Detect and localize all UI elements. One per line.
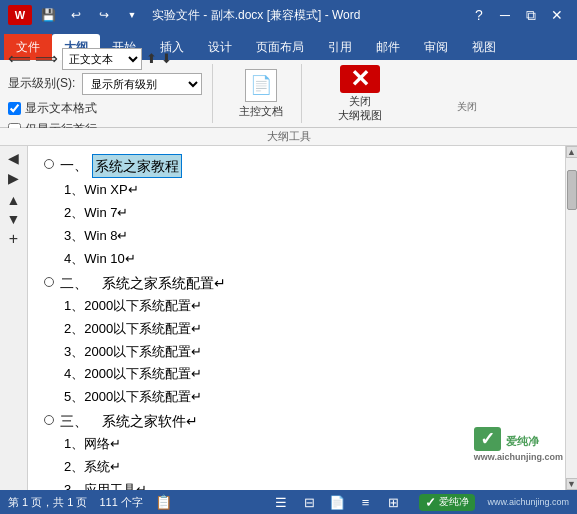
view-btn-1[interactable]: ☰ — [271, 493, 291, 511]
tab-view[interactable]: 视图 — [460, 34, 508, 60]
scroll-up-btn[interactable]: ▲ — [566, 146, 578, 158]
outline-text-15: 3、应用工具↵ — [64, 480, 147, 490]
quick-access-toolbar: W 💾 ↩ ↪ ▼ — [8, 5, 144, 25]
customize-qa[interactable]: ▼ — [120, 5, 144, 25]
outline-item-11[interactable]: 5、2000以下系统配置↵ — [64, 387, 549, 408]
outline-text-3: 2、Win 7↵ — [64, 203, 128, 224]
outline-item-3[interactable]: 2、Win 7↵ — [64, 203, 549, 224]
indent-decrease-btn[interactable]: ⟹ — [35, 49, 58, 68]
style-select[interactable]: 正文文本 — [62, 48, 142, 70]
view-btn-4[interactable]: ≡ — [355, 493, 375, 511]
toolbar-section-label: 大纲工具 — [0, 128, 577, 146]
website-url: www.aichunjing.com — [487, 497, 569, 507]
bullet-circle-6 — [44, 277, 54, 287]
main-area: ◀ ▶ ▲ ▼ + 一、 系统之家教程 1、Win XP↵ 2、Win 7↵ — [0, 146, 577, 490]
status-bar: 第 1 页，共 1 页 111 个字 📋 ☰ ⊟ 📄 ≡ ⊞ ✓ 爱纯净 www… — [0, 490, 577, 514]
outline-item-6[interactable]: 二、 系统之家系统配置↵ — [44, 272, 549, 294]
outline-item-7[interactable]: 1、2000以下系统配置↵ — [64, 296, 549, 317]
outline-text-7: 1、2000以下系统配置↵ — [64, 296, 202, 317]
redo-btn[interactable]: ↪ — [92, 5, 116, 25]
bullet-circle-12 — [44, 415, 54, 425]
outline-item-9[interactable]: 3、2000以下系统配置↵ — [64, 342, 549, 363]
main-doc-label: 主控文档 — [239, 104, 283, 119]
word-logo: W — [8, 5, 32, 25]
outline-text-1-selected: 系统之家教程 — [92, 154, 182, 178]
close-btn[interactable]: ✕ — [545, 5, 569, 25]
undo-btn[interactable]: ↩ — [64, 5, 88, 25]
outline-item-8[interactable]: 2、2000以下系统配置↵ — [64, 319, 549, 340]
close-outline-button[interactable]: ✕ 关闭大纲视图 — [320, 68, 400, 120]
window-title: 实验文件 - 副本.docx [兼容模式] - Word — [152, 7, 360, 24]
document-area[interactable]: 一、 系统之家教程 1、Win XP↵ 2、Win 7↵ 3、Win 8↵ 4、… — [28, 146, 565, 490]
outline-text-14: 2、系统↵ — [64, 457, 121, 478]
outline-item-2[interactable]: 1、Win XP↵ — [64, 180, 549, 201]
view-btn-3[interactable]: 📄 — [327, 493, 347, 511]
close-x-icon: ✕ — [340, 65, 380, 93]
outline-text-11: 5、2000以下系统配置↵ — [64, 387, 202, 408]
outline-text-13: 1、网络↵ — [64, 434, 121, 455]
maximize-btn[interactable]: ⧉ — [519, 5, 543, 25]
app-window: W 💾 ↩ ↪ ▼ 实验文件 - 副本.docx [兼容模式] - Word ?… — [0, 0, 577, 514]
view-btn-2[interactable]: ⊟ — [299, 493, 319, 511]
window-controls: ? ─ ⧉ ✕ — [467, 5, 569, 25]
word-count: 111 个字 — [99, 495, 142, 510]
outline-text-9: 3、2000以下系统配置↵ — [64, 342, 202, 363]
expand-btn[interactable]: ▼ — [7, 211, 21, 227]
close-outline-label: 关闭大纲视图 — [338, 95, 382, 121]
tab-page-layout[interactable]: 页面布局 — [244, 34, 316, 60]
level-select[interactable]: 显示所有级别 — [82, 73, 202, 95]
save-btn[interactable]: 💾 — [36, 5, 60, 25]
page-count: 第 1 页，共 1 页 — [8, 495, 87, 510]
outline-bullet-prefix-1: 一、 — [60, 154, 88, 176]
watermark-status: ✓ 爱纯净 — [419, 494, 475, 511]
outline-text-5: 4、Win 10↵ — [64, 249, 136, 270]
move-up-btn[interactable]: ⬆ — [146, 51, 157, 66]
tab-review[interactable]: 审阅 — [412, 34, 460, 60]
help-btn[interactable]: ? — [467, 5, 491, 25]
add-item-btn[interactable]: + — [9, 230, 18, 248]
main-doc-button[interactable]: 📄 主控文档 — [231, 68, 291, 120]
tab-mailing[interactable]: 邮件 — [364, 34, 412, 60]
nav-forward-btn[interactable]: ▶ — [8, 170, 19, 186]
move-down-btn[interactable]: ⬇ — [161, 51, 172, 66]
close-group-label: 关闭 — [457, 100, 477, 114]
outline-item-4[interactable]: 3、Win 8↵ — [64, 226, 549, 247]
main-doc-icon: 📄 — [245, 69, 277, 102]
outline-item-5[interactable]: 4、Win 10↵ — [64, 249, 549, 270]
outline-item-10[interactable]: 4、2000以下系统配置↵ — [64, 364, 549, 385]
outline-text-10: 4、2000以下系统配置↵ — [64, 364, 202, 385]
collapse-btn[interactable]: ▲ — [7, 192, 21, 208]
outline-item-1[interactable]: 一、 系统之家教程 — [44, 154, 549, 178]
indent-increase-btn[interactable]: ⟸ — [8, 49, 31, 68]
minimize-btn[interactable]: ─ — [493, 5, 517, 25]
outline-item-12[interactable]: 三、 系统之家软件↵ — [44, 410, 549, 432]
outline-text-6: 二、 系统之家系统配置↵ — [60, 272, 226, 294]
scroll-down-btn[interactable]: ▼ — [566, 478, 578, 490]
tab-design[interactable]: 设计 — [196, 34, 244, 60]
show-format-checkbox[interactable] — [8, 102, 21, 115]
scrollbar[interactable]: ▲ ▼ — [565, 146, 577, 490]
ribbon-content: ⟸ ⟹ 正文文本 ⬆ ⬇ 显示级别(S): 显示所有级别 — [0, 60, 577, 128]
outline-item-15[interactable]: 3、应用工具↵ — [64, 480, 549, 490]
outline-text-4: 3、Win 8↵ — [64, 226, 128, 247]
outline-item-13[interactable]: 1、网络↵ — [64, 434, 549, 455]
bullet-circle-1 — [44, 159, 54, 169]
tab-references[interactable]: 引用 — [316, 34, 364, 60]
level-label: 显示级别(S): — [8, 75, 78, 92]
status-icon-1: 📋 — [155, 494, 172, 510]
outline-item-14[interactable]: 2、系统↵ — [64, 457, 549, 478]
left-margin: ◀ ▶ ▲ ▼ + — [0, 146, 28, 490]
outline-text-2: 1、Win XP↵ — [64, 180, 139, 201]
title-bar: W 💾 ↩ ↪ ▼ 实验文件 - 副本.docx [兼容模式] - Word ?… — [0, 0, 577, 30]
scroll-thumb[interactable] — [567, 170, 577, 210]
view-btn-5[interactable]: ⊞ — [383, 493, 403, 511]
outline-text-8: 2、2000以下系统配置↵ — [64, 319, 202, 340]
show-format-label: 显示文本格式 — [25, 100, 97, 117]
nav-back-btn[interactable]: ◀ — [8, 150, 19, 166]
outline-text-12: 三、 系统之家软件↵ — [60, 410, 198, 432]
status-right: ☰ ⊟ 📄 ≡ ⊞ ✓ 爱纯净 www.aichunjing.com — [271, 493, 569, 511]
